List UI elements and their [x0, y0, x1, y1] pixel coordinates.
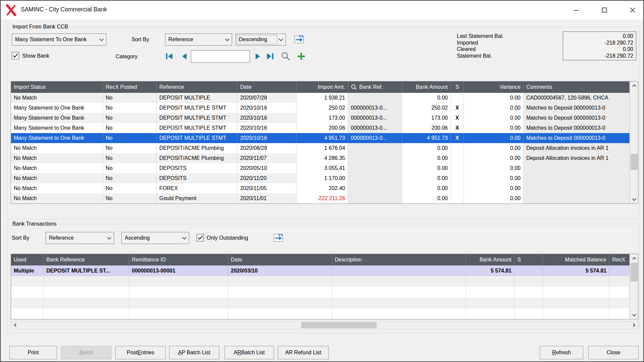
bank-sort-field-dropdown[interactable]: Reference — [46, 232, 114, 244]
grid-cell[interactable]: CAD000004567, 120-5896, CHCA — [524, 93, 630, 103]
grid-cell[interactable]: 0.00 — [464, 113, 524, 123]
next-record-button[interactable] — [253, 52, 263, 61]
grid-cell[interactable]: DEPOSIT MULTIPLE — [157, 93, 237, 103]
grid-cell[interactable] — [451, 173, 464, 183]
column-header-s[interactable]: S — [451, 81, 464, 93]
grid-cell[interactable] — [332, 265, 466, 276]
grid-cell[interactable]: Many Statement to One Bank — [11, 113, 103, 123]
grid-cell[interactable]: 000000013-0... — [348, 123, 402, 133]
grid-cell[interactable] — [44, 287, 129, 298]
grid-cell[interactable]: 000000013-0... — [348, 103, 402, 113]
grid-cell[interactable]: Multiple — [11, 265, 44, 276]
grid-cell[interactable] — [543, 287, 609, 298]
grid-cell[interactable]: 202.40 — [297, 183, 348, 193]
grid-cell[interactable]: 5 574.81 — [466, 265, 515, 276]
grid-cell[interactable] — [348, 163, 402, 173]
column-header-variance[interactable]: Variance — [464, 81, 524, 93]
grid-cell[interactable]: DEPOSITS — [157, 173, 237, 183]
grid-cell[interactable] — [515, 265, 543, 276]
table-row[interactable]: Many Statement to One BankNoDEPOSIT MULT… — [11, 123, 638, 133]
scroll-down-button[interactable] — [630, 311, 638, 319]
grid-cell[interactable]: No — [103, 103, 157, 113]
grid-cell[interactable] — [609, 265, 630, 276]
grid-cell[interactable] — [11, 308, 44, 319]
grid-cell[interactable] — [44, 276, 129, 287]
table-row[interactable]: MultipleDEPOSIT MULTIPLE ST...000000013-… — [11, 265, 638, 276]
grid-cell[interactable] — [332, 276, 466, 287]
grid-cell[interactable]: DEPOSIT MULTIPLE STMT — [157, 113, 237, 123]
grid-cell[interactable] — [348, 173, 402, 183]
column-header-description[interactable]: Description — [332, 254, 466, 265]
grid-cell[interactable] — [129, 298, 228, 308]
grid-cell[interactable]: Deposit Allocation invoices in AR 1 — [524, 143, 630, 153]
minimize-button[interactable] — [567, 1, 586, 19]
grid-cell[interactable]: 4 951.73 — [297, 133, 348, 143]
grid-cell[interactable] — [451, 183, 464, 193]
grid-cell[interactable]: 2020/10/16 — [237, 103, 297, 113]
grid-cell[interactable]: 2020/07/28 — [237, 93, 297, 103]
grid-cell[interactable] — [228, 298, 332, 308]
column-header-date[interactable]: Date — [228, 254, 332, 265]
grid-cell[interactable] — [11, 287, 44, 298]
grid-cell[interactable]: 2020/11/01 — [237, 193, 297, 203]
grid-cell[interactable]: No — [103, 153, 157, 163]
grid-cell[interactable] — [451, 93, 464, 103]
grid-cell[interactable] — [524, 183, 630, 193]
grid-cell[interactable]: X — [451, 123, 464, 133]
import-grid-vertical-scrollbar[interactable] — [630, 81, 638, 203]
grid-cell[interactable]: No — [103, 143, 157, 153]
table-row[interactable]: No MatchNoFOREX2020/11/05202.400.000.00 — [11, 183, 638, 193]
grid-cell[interactable]: 4 951.73 — [402, 133, 451, 143]
grid-cell[interactable]: 000000013-00001 — [129, 265, 228, 276]
grid-cell[interactable]: Matches to Deposit 000000013-0 — [524, 123, 630, 133]
table-row[interactable]: No MatchNoDEPOSIT/ACME Plumbing2020/08/2… — [11, 143, 638, 153]
grid-cell[interactable] — [466, 298, 515, 308]
scrollbar-thumb[interactable] — [631, 154, 638, 170]
scroll-down-button[interactable] — [630, 195, 638, 203]
grid-cell[interactable] — [451, 143, 464, 153]
grid-cell[interactable]: DEPOSIT MULTIPLE STMT — [157, 103, 237, 113]
grid-cell[interactable]: 250.02 — [402, 103, 451, 113]
grid-cell[interactable] — [11, 298, 44, 308]
grid-cell[interactable] — [451, 153, 464, 163]
table-row[interactable] — [11, 276, 638, 287]
grid-cell[interactable] — [332, 298, 466, 308]
grid-cell[interactable] — [451, 163, 464, 173]
bank-grid-vertical-scrollbar[interactable] — [630, 254, 638, 319]
grid-cell[interactable] — [543, 276, 609, 287]
bank-sort-direction-dropdown[interactable]: Ascending — [121, 232, 189, 244]
grid-cell[interactable]: 173.00 — [402, 113, 451, 123]
statement-mode-dropdown[interactable]: Many Statement To One Bank — [12, 34, 106, 46]
grid-cell[interactable]: 2020/08/29 — [237, 143, 297, 153]
grid-cell[interactable]: 000000013-0... — [348, 113, 402, 123]
grid-cell[interactable]: DEPOSIT MULTIPLE STMT — [157, 123, 237, 133]
first-record-button[interactable] — [164, 52, 174, 61]
table-row[interactable]: No MatchNoDEPOSITS2020/11/201 170.000.00… — [11, 173, 638, 183]
column-header-matched-balance[interactable]: Matched Balance — [543, 254, 609, 265]
grid-cell[interactable]: 0.00 — [402, 153, 451, 163]
grid-cell[interactable]: 5 574.81 — [543, 265, 609, 276]
grid-cell[interactable] — [524, 193, 630, 203]
grid-cell[interactable] — [609, 276, 630, 287]
grid-cell[interactable]: 0.00 — [464, 103, 524, 113]
grid-cell[interactable] — [515, 276, 543, 287]
grid-cell[interactable]: 0.00 — [464, 163, 524, 173]
grid-cell[interactable] — [609, 287, 630, 298]
table-row[interactable]: Many Statement to One BankNoDEPOSIT MULT… — [11, 133, 638, 143]
grid-cell[interactable]: 250.02 — [297, 103, 348, 113]
column-header-bank-reference[interactable]: Bank Reference — [44, 254, 129, 265]
grid-cell[interactable]: DEPOSIT/ACME Plumbing — [157, 143, 237, 153]
import-drilldown-button[interactable] — [294, 35, 305, 45]
import-sort-direction-dropdown[interactable]: Descending — [235, 34, 286, 46]
grid-cell[interactable]: X — [451, 113, 464, 123]
grid-cell[interactable] — [44, 308, 129, 319]
column-header-s[interactable]: S — [515, 254, 543, 265]
grid-cell[interactable] — [515, 287, 543, 298]
scrollbar-thumb[interactable] — [631, 263, 638, 282]
grid-cell[interactable]: 0.00 — [464, 153, 524, 163]
grid-cell[interactable]: 0.00 — [402, 93, 451, 103]
grid-cell[interactable] — [228, 276, 332, 287]
grid-cell[interactable]: 2020/05/10 — [237, 163, 297, 173]
scroll-right-button[interactable] — [630, 321, 638, 329]
grid-cell[interactable]: 2020/10/16 — [237, 113, 297, 123]
